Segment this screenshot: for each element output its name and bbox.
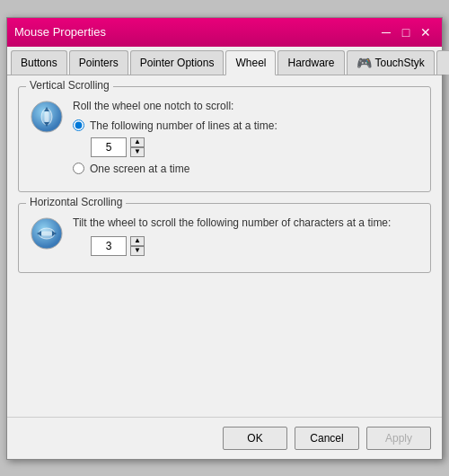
lines-radio-row: The following number of lines at a time: [73, 119, 419, 132]
lines-spinner-input[interactable] [91, 137, 127, 157]
lines-decrement-button[interactable]: ▼ [130, 147, 145, 157]
vertical-scrolling-inner: Roll the wheel one notch to scroll: The … [30, 100, 419, 181]
screen-radio[interactable] [73, 163, 84, 174]
tab-hardware[interactable]: Hardware [277, 50, 344, 75]
screen-radio-label: One screen at a time [90, 163, 189, 175]
tab-touchpad[interactable]: 🖱 TouchPad [436, 50, 449, 75]
vertical-scroll-icon [30, 100, 64, 134]
chars-decrement-button[interactable]: ▼ [130, 246, 145, 256]
tab-pointer-options[interactable]: Pointer Options [130, 50, 224, 75]
close-button[interactable]: ✕ [417, 23, 435, 41]
maximize-button[interactable]: □ [397, 23, 415, 41]
minimize-button[interactable]: ─ [377, 23, 395, 41]
lines-spinner-row: ▲ ▼ [91, 137, 419, 157]
vertical-scrolling-legend: Vertical Scrolling [26, 79, 113, 92]
mouse-properties-window: Mouse Properties ─ □ ✕ Buttons Pointers … [6, 17, 443, 460]
tab-touchstyk-label: TouchStyk [375, 57, 425, 69]
horizontal-scrolling-inner: Tilt the wheel to scroll the following n… [30, 216, 419, 261]
tab-wheel[interactable]: Wheel [225, 50, 276, 75]
tab-buttons[interactable]: Buttons [11, 50, 67, 75]
tab-buttons-label: Buttons [21, 57, 57, 69]
roll-label: Roll the wheel one notch to scroll: [73, 100, 419, 112]
tab-hardware-label: Hardware [287, 57, 334, 69]
chars-spinner-buttons: ▲ ▼ [130, 236, 145, 256]
tab-pointers-label: Pointers [79, 57, 119, 69]
tab-touchstyk[interactable]: 🎮 TouchStyk [347, 50, 435, 75]
window-title: Mouse Properties [14, 25, 106, 39]
lines-radio-label: The following number of lines at a time: [90, 119, 277, 132]
cancel-button[interactable]: Cancel [295, 427, 359, 450]
dialog-footer: OK Cancel Apply [7, 417, 442, 459]
tab-wheel-label: Wheel [235, 57, 266, 69]
horizontal-scroll-icon [30, 216, 64, 251]
lines-radio[interactable] [73, 119, 84, 131]
lines-spinner-buttons: ▲ ▼ [130, 137, 145, 157]
screen-radio-row: One screen at a time [73, 163, 419, 175]
lines-increment-button[interactable]: ▲ [130, 137, 145, 147]
horizontal-scrolling-legend: Horizontal Scrolling [26, 196, 126, 208]
vertical-scrolling-options: Roll the wheel one notch to scroll: The … [73, 100, 419, 181]
chars-increment-button[interactable]: ▲ [130, 236, 145, 246]
tab-pointer-options-label: Pointer Options [140, 57, 215, 69]
horizontal-scrolling-group: Horizontal Scrolling [18, 203, 431, 273]
vertical-scrolling-group: Vertical Scrolling [18, 86, 431, 192]
touchstyk-icon: 🎮 [357, 56, 372, 70]
svg-rect-7 [41, 231, 52, 235]
tabs-bar: Buttons Pointers Pointer Options Wheel H… [7, 47, 442, 75]
tab-pointers[interactable]: Pointers [69, 50, 128, 75]
tilt-label: Tilt the wheel to scroll the following n… [73, 216, 419, 229]
chars-spinner-row: ▲ ▼ [91, 236, 419, 256]
ok-button[interactable]: OK [223, 427, 287, 450]
horizontal-scrolling-options: Tilt the wheel to scroll the following n… [73, 216, 419, 261]
title-bar-controls: ─ □ ✕ [377, 23, 435, 41]
chars-spinner-input[interactable] [91, 236, 127, 256]
tab-content: Vertical Scrolling [7, 75, 442, 417]
apply-button[interactable]: Apply [366, 427, 431, 450]
svg-rect-2 [45, 111, 49, 122]
title-bar: Mouse Properties ─ □ ✕ [7, 18, 442, 47]
